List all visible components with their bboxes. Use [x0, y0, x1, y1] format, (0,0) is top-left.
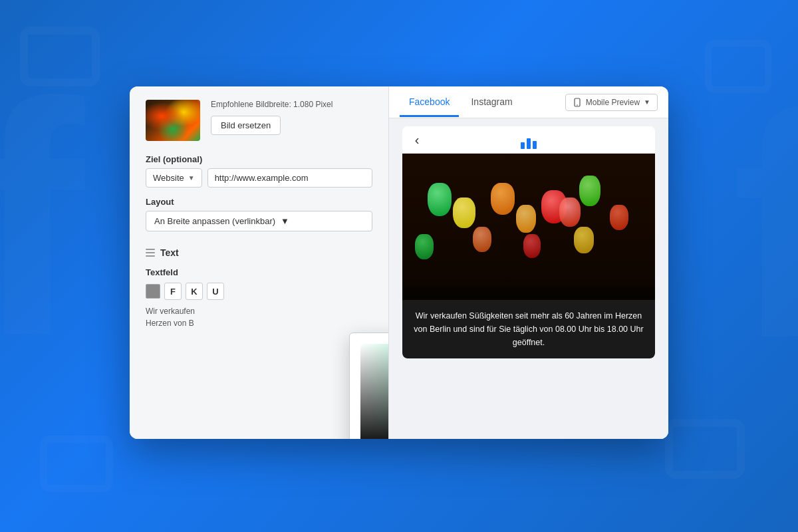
preview-text-content: Wir verkaufen Süßigkeiten seit mehr als … [413, 309, 644, 349]
tab-bar: Facebook Instagram Mobile Preview ▼ [389, 86, 668, 118]
left-panel: Empfohlene Bildbreite: 1.080 Pixel Bild … [130, 86, 389, 439]
text-section-title: Text [160, 247, 179, 258]
bold-button[interactable]: F [164, 283, 182, 300]
preview-arrow-icon: ▼ [644, 98, 650, 106]
text-preview: Wir verkaufen Herzen von B [146, 305, 372, 329]
image-section: Empfohlene Bildbreite: 1.080 Pixel Bild … [146, 100, 372, 141]
stats-icon [517, 130, 541, 149]
back-button[interactable]: ‹ [408, 132, 426, 148]
preview-text-box: Wir verkaufen Süßigkeiten seit mehr als … [402, 300, 655, 358]
website-dropdown[interactable]: Website ▼ [146, 168, 202, 188]
preview-card: ‹ [402, 126, 655, 358]
gradient-dark-overlay [360, 344, 389, 439]
replace-image-button[interactable]: Bild ersetzen [211, 116, 281, 135]
image-size-label: Empfohlene Bildbreite: 1.080 Pixel [211, 100, 372, 109]
mobile-icon [573, 98, 582, 107]
color-gradient-area[interactable] [360, 344, 389, 439]
right-panel: Facebook Instagram Mobile Preview ▼ ‹ [389, 86, 668, 439]
preview-image [402, 154, 655, 300]
ziel-field-row: Website ▼ [146, 168, 372, 188]
layout-arrow-icon: ▼ [281, 216, 289, 226]
drag-handle[interactable] [146, 249, 155, 257]
url-input[interactable] [207, 168, 372, 188]
mobile-preview-button[interactable]: Mobile Preview ▼ [565, 94, 658, 111]
underline-button[interactable]: U [207, 283, 224, 300]
color-picker-popup: # Schließen [349, 332, 389, 439]
layout-label: Layout [146, 197, 372, 207]
preview-area: ‹ [389, 118, 668, 439]
italic-button[interactable]: K [186, 283, 203, 300]
gummy-scene [402, 154, 655, 300]
color-swatch[interactable] [146, 284, 160, 299]
dropdown-arrow-icon: ▼ [188, 174, 195, 182]
text-section: Text [146, 245, 372, 258]
textfeld-section: Textfeld F K U Wir verkaufen Herzen von … [146, 267, 372, 329]
svg-point-1 [577, 104, 578, 106]
tab-instagram[interactable]: Instagram [462, 87, 521, 117]
ziel-label: Ziel (optional) [146, 154, 372, 164]
image-info: Empfohlene Bildbreite: 1.080 Pixel Bild … [211, 100, 372, 135]
text-toolbar: F K U [146, 283, 372, 300]
textfeld-label: Textfeld [146, 267, 372, 277]
layout-dropdown[interactable]: An Breite anpassen (verlinkbar) ▼ [146, 211, 372, 231]
main-card: Empfohlene Bildbreite: 1.080 Pixel Bild … [130, 86, 668, 439]
thumbnail-image [146, 100, 200, 141]
preview-nav-bar: ‹ [402, 126, 655, 154]
tab-facebook[interactable]: Facebook [400, 87, 459, 117]
